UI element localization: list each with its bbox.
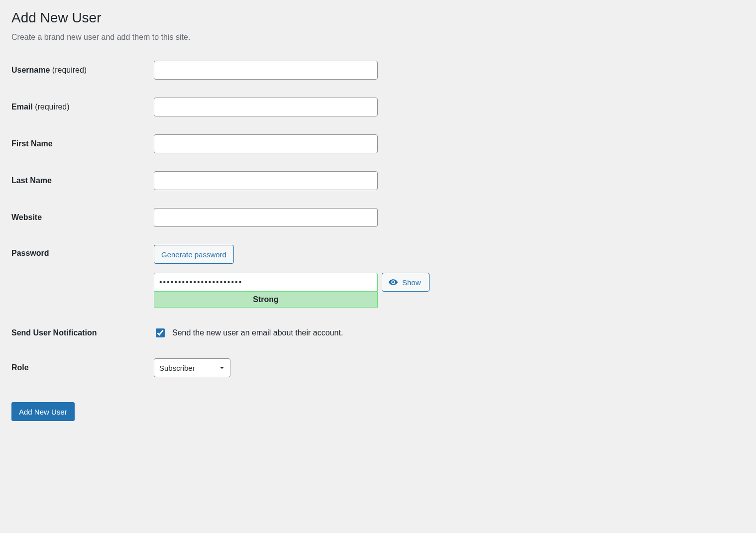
label-website: Website (11, 199, 154, 236)
generate-password-button[interactable]: Generate password (154, 245, 234, 264)
website-input[interactable] (154, 208, 378, 227)
notify-text: Send the new user an email about their a… (172, 328, 343, 337)
label-role: Role (11, 349, 154, 386)
first-name-input[interactable] (154, 134, 378, 153)
label-required: (required) (52, 66, 87, 74)
label-last-name: Last Name (11, 162, 154, 199)
password-strength-indicator: Strong (154, 292, 378, 308)
email-input[interactable] (154, 98, 378, 116)
page-description: Create a brand new user and add them to … (11, 33, 745, 42)
page-title: Add New User (11, 10, 745, 26)
show-password-button[interactable]: Show (382, 273, 430, 292)
label-email: Email (required) (11, 89, 154, 125)
label-username: Username (required) (11, 52, 154, 89)
add-new-user-button[interactable]: Add New User (11, 402, 75, 421)
label-first-name: First Name (11, 125, 154, 162)
label-required: (required) (35, 103, 69, 111)
password-input[interactable] (154, 273, 378, 292)
label-notify: Send User Notification (11, 317, 154, 349)
last-name-input[interactable] (154, 171, 378, 190)
user-form: Username (required) Email (required) Fir… (11, 52, 745, 386)
label-email-text: Email (11, 103, 33, 111)
show-password-label: Show (402, 278, 421, 287)
username-input[interactable] (154, 61, 378, 80)
label-username-text: Username (11, 66, 50, 74)
role-select[interactable]: SubscriberContributorAuthorEditorAdminis… (154, 358, 230, 377)
eye-icon (388, 277, 398, 287)
label-password: Password (11, 236, 154, 317)
send-notification-checkbox[interactable] (156, 328, 165, 337)
